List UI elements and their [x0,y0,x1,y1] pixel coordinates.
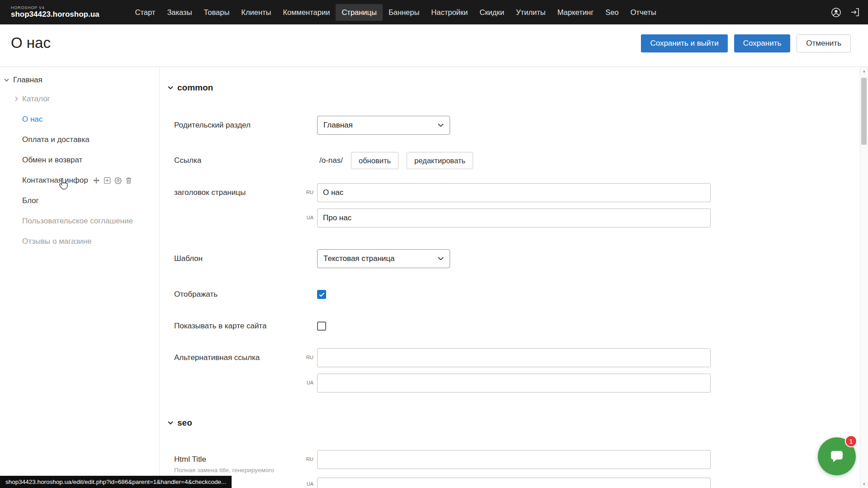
lang-badge-ru: RU [296,190,313,195]
link-refresh-button[interactable]: обновить [351,152,398,169]
brand[interactable]: HOROSHOP V4 shop34423.horoshop.ua [11,5,100,19]
nav-item-products[interactable]: Товары [198,4,236,21]
section-seo-toggle[interactable]: seo [168,418,192,428]
sidebar-item-store-reviews[interactable]: Отзывы о магазине [0,231,159,251]
page-title-ua-input[interactable] [317,208,711,227]
settings-gear-icon[interactable] [114,177,122,184]
sidebar-item-label: Контактная инфор [22,176,88,185]
nav-item-utilities[interactable]: Утилиты [510,4,552,21]
check-icon [319,292,325,297]
link-label: Ссылка [174,156,201,166]
topbar: HOROSHOP V4 shop34423.horoshop.ua Старт … [0,0,868,24]
status-url-text: shop34423.horoshop.ua/edit/edit.php?id=6… [5,479,226,485]
add-page-icon[interactable] [104,177,111,184]
page-title-ru-input[interactable] [317,183,711,202]
alt-link-label: Альтернативная ссылка [174,353,260,363]
link-row: /o-nas/ обновить редактировать [319,152,473,169]
sidebar-item-label: Пользовательское соглашение [22,217,133,226]
sidebar-item-catalog[interactable]: Каталог [0,89,159,109]
sidebar-item-blog[interactable]: Блог [0,190,159,211]
chevron-down-icon [168,86,173,90]
lang-badge-ru: RU [296,456,313,462]
alt-link-ua-input[interactable] [317,374,711,393]
parent-section-label: Родительский раздел [174,120,251,130]
chevron-down-icon [438,123,444,127]
nav-item-marketing[interactable]: Маркетинг [551,4,599,21]
sidebar-item-label: Отзывы о магазине [22,237,92,246]
section-title: common [177,83,213,93]
nav-item-start[interactable]: Старт [129,4,161,21]
scrollbar-thumb[interactable] [861,78,867,145]
section-title: seo [177,418,192,428]
nav-item-banners[interactable]: Баннеры [383,4,425,21]
html-title-ru-input[interactable] [317,450,711,469]
nav-item-comments[interactable]: Комментарии [277,4,336,21]
section-common-toggle[interactable]: common [168,83,213,93]
link-path: /o-nas/ [319,156,343,165]
page-title-field-label: заголовок страницы [174,188,246,198]
nav-item-reports[interactable]: Отчеты [625,4,662,21]
sidebar-item-label: Каталог [22,95,50,104]
sidebar-item-user-agreement[interactable]: Пользовательское соглашение [0,211,159,231]
template-label: Шаблон [174,254,203,264]
sidebar-item-home[interactable]: Главная [0,71,159,89]
sidebar-item-label: Блог [22,196,39,205]
brand-domain: shop34423.horoshop.ua [11,10,100,19]
tree-item-actions [93,177,132,184]
template-select[interactable]: Текстовая страница [317,249,450,268]
sidebar-item-exchange-return[interactable]: Обмен и возврат [0,150,159,170]
nav-item-clients[interactable]: Клиенты [235,4,277,21]
sidebar-item-contact-info[interactable]: Контактная инфор [0,170,159,190]
lang-badge-ua: UA [296,215,313,220]
vertical-scrollbar[interactable]: ▲ ▼ [860,67,868,488]
link-edit-button[interactable]: редактировать [407,152,473,169]
html-title-hint: Полная замена title, генерируемого [174,467,274,474]
select-value: Текстовая страница [323,254,395,263]
html-title-ua-input[interactable] [317,478,711,488]
chat-unread-badge: 1 [845,435,857,447]
chat-bubble-icon [828,448,845,464]
scrollbar-down-arrow[interactable]: ▼ [860,480,868,488]
brand-version: HOROSHOP V4 [11,5,100,10]
lang-badge-ua: UA [296,380,313,385]
nav-item-pages[interactable]: Страницы [336,4,382,21]
topbar-icons [830,0,861,24]
chevron-down-icon [4,78,9,82]
chevron-right-icon [15,96,18,101]
parent-section-select[interactable]: Главная [317,116,450,135]
lang-badge-ru: RU [296,355,313,360]
page: HOROSHOP V4 shop34423.horoshop.ua Старт … [0,0,868,488]
header-actions: Сохранить и выйти Сохранить Отменить [641,34,851,52]
sidebar-item-label: О нас [22,115,43,124]
sitemap-label: Показывать в карте сайта [174,321,266,331]
nav-item-settings[interactable]: Настройки [425,4,474,21]
logout-icon[interactable] [849,6,861,18]
top-nav: Старт Заказы Товары Клиенты Комментарии … [129,4,662,21]
sitemap-checkbox[interactable] [317,322,326,331]
lang-badge-ua: UA [296,481,313,487]
nav-item-discounts[interactable]: Скидки [474,4,510,21]
save-button[interactable]: Сохранить [734,34,790,52]
sidebar-item-label: Обмен и возврат [22,156,82,165]
sidebar-item-label: Главная [13,76,43,85]
nav-item-orders[interactable]: Заказы [161,4,198,21]
move-icon[interactable] [93,177,100,184]
status-url-bar: shop34423.horoshop.ua/edit/edit.php?id=6… [0,476,232,488]
sidebar-item-payment-delivery[interactable]: Оплата и доставка [0,129,159,150]
user-account-icon[interactable] [830,6,842,18]
html-title-label: Html Title [174,455,206,464]
select-value: Главная [323,121,353,130]
chevron-down-icon [168,421,173,425]
display-checkbox[interactable] [317,290,326,299]
scrollbar-up-arrow[interactable]: ▲ [860,67,868,75]
nav-item-seo[interactable]: Seo [599,4,624,21]
page-title: О нас [11,34,51,52]
chevron-down-icon [438,257,444,261]
alt-link-ru-input[interactable] [317,348,711,367]
delete-trash-icon[interactable] [125,177,132,184]
display-label: Отображать [174,289,218,299]
page-tree-sidebar: Главная Каталог О нас Оплата и доставка … [0,67,160,488]
cancel-button[interactable]: Отменить [797,34,851,52]
sidebar-item-about[interactable]: О нас [0,109,159,129]
save-and-exit-button[interactable]: Сохранить и выйти [641,34,727,52]
